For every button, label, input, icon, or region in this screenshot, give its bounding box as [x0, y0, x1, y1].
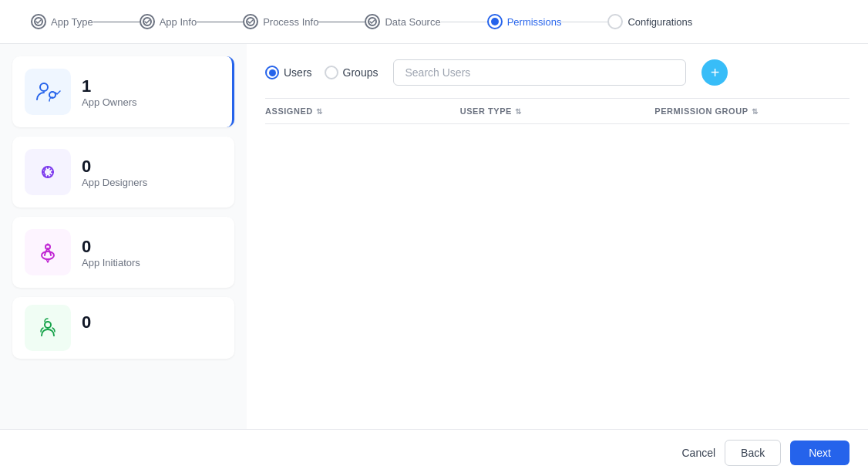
connector-3	[318, 22, 365, 22]
back-button[interactable]: Back	[725, 440, 781, 466]
step-data-source[interactable]: Data Source	[365, 14, 440, 29]
search-input[interactable]	[393, 59, 686, 86]
step-label-process-info: Process Info	[263, 16, 318, 28]
right-panel: Users Groups + ASSIGNED ⇅ USER TYP	[247, 44, 868, 429]
card-app-owners[interactable]: 1 App Owners	[12, 56, 234, 127]
card-label-app-owners: App Owners	[82, 96, 137, 108]
connector-4	[441, 22, 487, 22]
radio-users-circle	[265, 66, 279, 79]
add-user-button[interactable]: +	[701, 59, 728, 86]
card-icon-app-owners	[25, 69, 71, 115]
left-panel: 1 App Owners 0 App Designers	[0, 44, 247, 429]
radio-group: Users Groups	[265, 66, 378, 79]
main-content: 1 App Owners 0 App Designers	[0, 44, 868, 429]
step-icon-process-info	[243, 14, 258, 29]
step-icon-app-info	[140, 14, 155, 29]
card-app-designers[interactable]: 0 App Designers	[12, 137, 234, 208]
connector-5	[561, 22, 607, 22]
card-info-app-admins: 0 App Admins	[82, 312, 135, 344]
footer: Cancel Back Next	[0, 429, 868, 475]
sort-icon-user-type: ⇅	[515, 107, 522, 116]
next-button[interactable]: Next	[790, 441, 849, 465]
card-icon-app-designers	[25, 149, 71, 195]
connector-1	[93, 22, 140, 22]
step-process-info[interactable]: Process Info	[243, 14, 318, 29]
th-assigned: ASSIGNED ⇅	[265, 106, 460, 116]
step-app-info[interactable]: App Info	[140, 14, 197, 29]
card-icon-app-admins	[25, 305, 71, 351]
card-info-app-initiators: 0 App Initiators	[82, 237, 140, 268]
card-label-app-initiators: App Initiators	[82, 257, 140, 268]
step-label-permissions: Permissions	[507, 16, 562, 28]
card-count-app-designers: 0	[82, 157, 147, 177]
radio-groups-circle	[325, 66, 338, 79]
controls-row: Users Groups +	[265, 59, 849, 86]
sort-icon-permission-group: ⇅	[752, 107, 759, 116]
step-icon-app-type	[31, 14, 46, 29]
sort-icon-assigned: ⇅	[316, 107, 323, 116]
th-user-type: USER TYPE ⇅	[460, 106, 655, 116]
card-icon-app-initiators	[25, 229, 71, 275]
cancel-button[interactable]: Cancel	[681, 447, 715, 459]
stepper: App Type App Info Process Info	[0, 0, 868, 44]
svg-point-7	[42, 252, 54, 259]
card-app-initiators[interactable]: 0 App Initiators	[12, 217, 234, 288]
card-app-admins[interactable]: 0 App Admins	[12, 297, 234, 359]
radio-groups[interactable]: Groups	[325, 66, 378, 79]
step-configurations[interactable]: Configurations	[607, 14, 692, 29]
th-permission-group: PERMISSION GROUP ⇅	[654, 106, 849, 116]
table-container: ASSIGNED ⇅ USER TYPE ⇅ PERMISSION GROUP …	[265, 98, 849, 414]
connector-2	[197, 22, 243, 22]
card-label-app-designers: App Designers	[82, 177, 147, 188]
step-icon-permissions	[487, 14, 503, 29]
card-info-app-owners: 1 App Owners	[82, 76, 137, 108]
search-wrapper	[393, 59, 686, 86]
radio-users-label: Users	[284, 66, 312, 79]
card-count-app-admins: 0	[82, 312, 135, 333]
step-label-app-type: App Type	[51, 16, 93, 28]
table-header: ASSIGNED ⇅ USER TYPE ⇅ PERMISSION GROUP …	[265, 99, 849, 124]
card-count-app-owners: 1	[82, 76, 137, 96]
card-count-app-initiators: 0	[82, 237, 140, 257]
radio-users[interactable]: Users	[265, 66, 312, 79]
step-label-configurations: Configurations	[627, 16, 692, 28]
step-app-type[interactable]: App Type	[31, 14, 93, 29]
radio-groups-label: Groups	[343, 66, 378, 79]
step-icon-data-source	[365, 14, 380, 29]
card-info-app-designers: 0 App Designers	[82, 157, 147, 188]
svg-point-4	[40, 83, 48, 91]
svg-point-9	[45, 322, 51, 328]
step-label-app-info: App Info	[160, 16, 197, 28]
step-label-data-source: Data Source	[385, 16, 440, 28]
step-icon-configurations	[607, 14, 623, 29]
step-permissions[interactable]: Permissions	[487, 14, 562, 29]
